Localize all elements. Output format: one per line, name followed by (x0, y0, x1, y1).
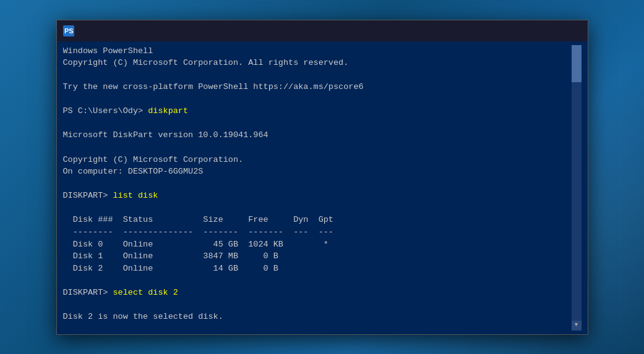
terminal-line: Disk ### Status Size Free Dyn Gpt (63, 214, 572, 226)
terminal-content[interactable]: Windows PowerShellCopyright (C) Microsof… (63, 45, 572, 331)
terminal-line: Copyright (C) Microsoft Corporation. (63, 154, 572, 166)
minimize-button[interactable] (496, 20, 525, 41)
window-controls (496, 20, 582, 41)
scrollbar[interactable]: ▲ ▼ (572, 45, 582, 331)
terminal-body: Windows PowerShellCopyright (C) Microsof… (57, 41, 588, 334)
command-text: select disk 2 (113, 288, 178, 297)
command-text: list disk (113, 191, 158, 200)
terminal-line: Copyright (C) Microsoft Corporation. All… (63, 57, 572, 69)
terminal-line: Disk 2 Online 14 GB 0 B (63, 263, 572, 275)
terminal-line: DISKPART> select disk 2 (63, 287, 572, 299)
title-bar: PS (57, 20, 588, 41)
terminal-line: DISKPART> list disk (63, 190, 572, 202)
terminal-line: On computer: DESKTOP-6GGMU2S (63, 166, 572, 178)
terminal-line: Disk 1 Online 3847 MB 0 B (63, 250, 572, 263)
terminal-line: Windows PowerShell (63, 45, 572, 57)
terminal-line: Microsoft DiskPart version 10.0.19041.96… (63, 129, 572, 141)
scrollbar-thumb[interactable] (572, 45, 582, 82)
powershell-window: PS Windows PowerShellCopyright (C) Micro… (56, 20, 588, 335)
svg-text:PS: PS (64, 27, 74, 35)
powershell-icon: PS (63, 25, 74, 36)
scroll-down-arrow[interactable]: ▼ (572, 321, 582, 331)
terminal-line: PS C:\Users\Ody> diskpart (63, 105, 572, 117)
terminal-line: Try the new cross-platform PowerShell ht… (63, 81, 572, 93)
maximize-button[interactable] (525, 20, 553, 41)
terminal-line: Disk 0 Online 45 GB 1024 KB * (63, 238, 572, 251)
terminal-line: Disk 2 is now the selected disk. (63, 311, 572, 323)
close-button[interactable] (553, 20, 582, 41)
terminal-line: -------- -------------- ------- ------- … (63, 226, 572, 238)
command-text: diskpart (148, 106, 188, 116)
